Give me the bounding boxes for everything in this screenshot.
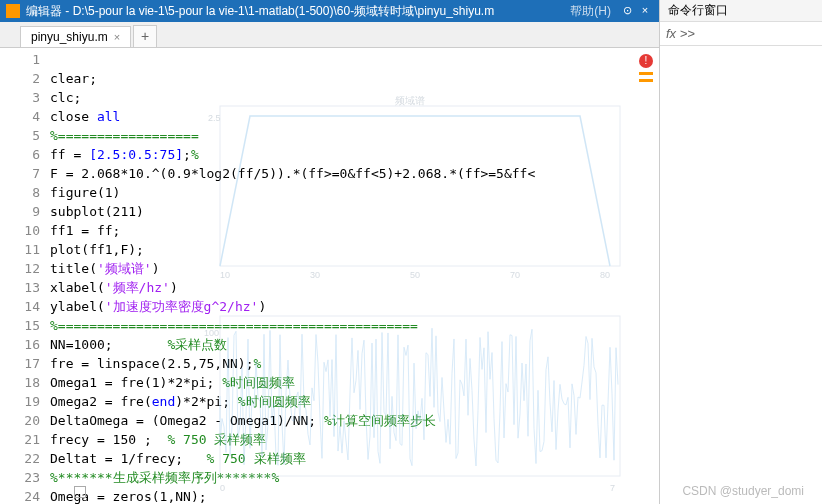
function-browser-icon[interactable]: [74, 486, 86, 498]
warning-marker-icon[interactable]: [639, 79, 653, 82]
code-editor[interactable]: 123456789101112131415161718192021222324 …: [0, 48, 659, 504]
error-indicator-icon[interactable]: !: [639, 54, 653, 68]
code-area[interactable]: clear; clc; close all %=================…: [50, 48, 659, 504]
tab-bar: pinyu_shiyu.m × +: [0, 22, 659, 48]
command-prompt[interactable]: fx >>: [660, 22, 822, 46]
warning-marker-icon[interactable]: [639, 72, 653, 75]
close-window-button[interactable]: ×: [637, 4, 653, 18]
watermark: CSDN @studyer_domi: [682, 484, 804, 498]
add-tab-button[interactable]: +: [133, 25, 157, 47]
line-gutter: 123456789101112131415161718192021222324: [0, 48, 50, 504]
window-title: 编辑器 - D:\5-pour la vie-1\5-pour la vie-1…: [26, 3, 558, 20]
title-bar: 编辑器 - D:\5-pour la vie-1\5-pour la vie-1…: [0, 0, 659, 22]
tab-close-icon[interactable]: ×: [114, 31, 120, 43]
tab-label: pinyu_shiyu.m: [31, 30, 108, 44]
tab-file[interactable]: pinyu_shiyu.m ×: [20, 26, 131, 47]
app-icon: [6, 4, 20, 18]
minimize-button[interactable]: ⊙: [619, 4, 635, 18]
menu-help[interactable]: 帮助(H): [570, 3, 611, 20]
command-window-header: 命令行窗口: [660, 0, 822, 22]
